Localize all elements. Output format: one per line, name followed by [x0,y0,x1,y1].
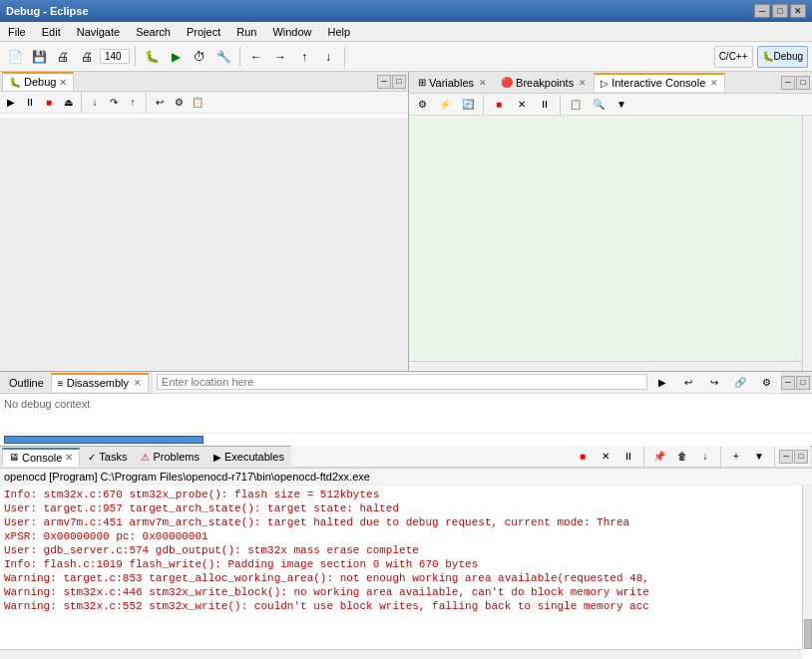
debug-tab-close[interactable]: ✕ [59,77,67,88]
console-hscrollbar[interactable] [0,649,802,659]
console-toolbar-sep3 [774,447,775,467]
debug-panel-toolbar: ▶ ⏸ ■ ⏏ ↓ ↷ ↑ ↩ ⚙ 📋 [0,92,408,114]
disconnect-btn[interactable]: ⏏ [59,94,77,112]
debug-tab-bar: 🐛 Debug ✕ ─ □ [0,72,408,92]
tab-variables[interactable]: ⊞ Variables ✕ [411,74,494,92]
console-tab-close[interactable]: ✕ [65,452,73,463]
disasm-minimize-btn[interactable]: ─ [781,376,795,390]
tab-interactive-console[interactable]: ▷ Interactive Console ✕ [594,73,725,92]
console-maximize-btn[interactable]: □ [794,450,808,464]
debug-toolbar-sep [81,93,82,113]
console-clear-btn[interactable]: 🗑 [671,446,693,468]
toolbar-save-btn[interactable]: 💾 [28,46,50,68]
right-tb-btn7[interactable]: 📋 [565,94,587,116]
debug-minimize-btn[interactable]: ─ [377,75,391,89]
title-bar: Debug - Eclipse ─ □ ✕ [0,0,812,22]
menu-project[interactable]: Project [183,25,224,39]
toolbar-perspective-debug[interactable]: 🐛 Debug [757,46,808,68]
menu-help[interactable]: Help [324,25,355,39]
menu-search[interactable]: Search [132,25,175,39]
right-tb-btn4[interactable]: ■ [488,94,510,116]
console-scroll-btn[interactable]: ↓ [694,446,716,468]
toolbar-btn-7[interactable]: → [269,46,291,68]
tab-executables[interactable]: ▶ Executables [206,448,291,466]
disasm-btn4[interactable]: ⚙ [755,371,777,393]
disasm-maximize-btn[interactable]: □ [796,376,810,390]
right-minimize-btn[interactable]: ─ [781,76,795,90]
console-stop-btn[interactable]: ■ [572,446,594,468]
console-btn1[interactable]: ✕ [595,446,616,468]
variables-tab-close[interactable]: ✕ [479,78,487,88]
right-tb-btn3[interactable]: 🔄 [457,94,479,116]
debug-maximize-btn[interactable]: □ [392,75,406,89]
toolbar-run-btn[interactable]: ▶ [165,46,187,68]
disasm-go-btn[interactable]: ▶ [651,371,673,393]
tab-console[interactable]: 🖥 Console ✕ [2,448,80,467]
step-into-btn[interactable]: ↓ [86,94,104,112]
console-vscrollbar-thumb[interactable] [804,619,812,649]
step-over-btn[interactable]: ↷ [105,94,123,112]
tab-disassembly[interactable]: ≡ Disassembly ✕ [51,373,149,392]
debug-panel-controls: ─ □ [377,75,406,89]
step-return-btn[interactable]: ↑ [124,94,142,112]
disasm-progress-bar [4,436,203,444]
console-pin-btn[interactable]: 📌 [648,446,670,468]
right-maximize-btn[interactable]: □ [796,76,810,90]
toolbar-profile-btn[interactable]: ⏱ [189,46,210,68]
disasm-btn2[interactable]: ↪ [703,371,725,393]
disasm-progress-area [0,433,812,446]
right-tb-btn9[interactable]: ▼ [610,94,632,116]
toolbar-btn-6[interactable]: ← [245,46,267,68]
menu-bar: File Edit Navigate Search Project Run Wi… [0,22,812,42]
right-tb-btn6[interactable]: ⏸ [534,94,556,116]
right-tb-btn5[interactable]: ✕ [511,94,533,116]
console-dropdown-btn[interactable]: ▼ [748,446,770,468]
disasm-location-input[interactable] [157,374,647,390]
properties-btn[interactable]: 📋 [189,94,206,112]
console-vscrollbar[interactable] [802,486,812,649]
right-tb-btn8[interactable]: 🔍 [588,94,609,116]
console-tab-icon: 🖥 [9,452,19,463]
tab-problems[interactable]: ⚠ Problems [134,448,205,466]
disasm-btn1[interactable]: ↩ [677,371,699,393]
right-hscrollbar[interactable] [409,361,802,371]
right-tb-btn1[interactable]: ⚙ [411,94,433,116]
interactive-console-close[interactable]: ✕ [710,78,718,88]
tab-breakpoints[interactable]: 🔴 Breakpoints ✕ [494,74,594,92]
maximize-button[interactable]: □ [772,4,788,18]
drop-to-frame-btn[interactable]: ↩ [151,94,169,112]
breakpoints-tab-close[interactable]: ✕ [579,78,587,88]
resume-btn[interactable]: ▶ [2,94,20,112]
console-new-btn[interactable]: + [725,446,747,468]
toolbar-btn-8[interactable]: ↑ [293,46,315,68]
disassembly-tab-close[interactable]: ✕ [134,378,142,388]
stop-btn[interactable]: ■ [40,94,58,112]
use-instruction-btn[interactable]: ⚙ [170,94,188,112]
toolbar-btn-5[interactable]: 🔧 [212,46,234,68]
toolbar-btn-4[interactable]: 🖨 [76,46,98,68]
right-tb-btn2[interactable]: ⚡ [434,94,456,116]
right-toolbar-sep2 [560,95,561,115]
tab-outline[interactable]: Outline [2,374,51,392]
toolbar-btn-9[interactable]: ↓ [317,46,339,68]
suspend-btn[interactable]: ⏸ [21,94,39,112]
variables-tab-label: Variables [429,77,474,89]
toolbar-debug-btn[interactable]: 🐛 [141,46,163,68]
toolbar-new-btn[interactable]: 📄 [4,46,26,68]
disasm-content: No debug context [0,394,812,433]
toolbar-perspective-cc[interactable]: C/C++ [714,46,753,68]
toolbar-btn-3[interactable]: 🖨 [52,46,74,68]
close-button[interactable]: ✕ [790,4,806,18]
tab-debug[interactable]: 🐛 Debug ✕ [2,72,74,91]
menu-file[interactable]: File [4,25,30,39]
console-btn2[interactable]: ⏸ [617,446,639,468]
console-minimize-btn[interactable]: ─ [779,450,793,464]
tab-tasks[interactable]: ✓ Tasks [81,448,134,466]
minimize-button[interactable]: ─ [754,4,770,18]
menu-window[interactable]: Window [268,25,315,39]
right-vscrollbar[interactable] [802,116,812,371]
menu-navigate[interactable]: Navigate [73,25,124,39]
disasm-btn3[interactable]: 🔗 [729,371,751,393]
menu-run[interactable]: Run [232,25,260,39]
menu-edit[interactable]: Edit [38,25,65,39]
